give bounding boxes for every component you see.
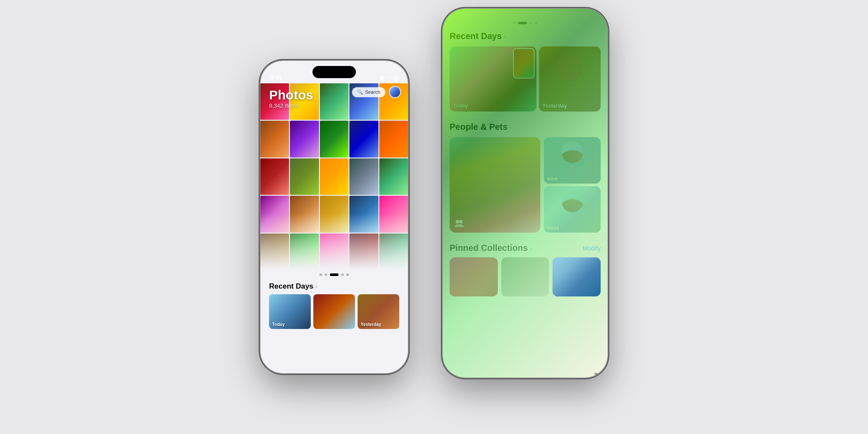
- grid-cell: [349, 196, 378, 232]
- left-phone: 9:41 ▐▌ ◠ ▓: [260, 61, 408, 373]
- recent-days-header[interactable]: Recent Days ›: [269, 282, 399, 291]
- grid-cell: [290, 121, 319, 157]
- recent-days-previews: Today Yesterday: [269, 294, 399, 329]
- preview-card-today[interactable]: Today: [269, 294, 311, 329]
- grid-cell: [260, 196, 289, 232]
- right-phone-screen: Recent Days › Today Yesterday: [443, 9, 608, 378]
- right-phone: Recent Days › Today Yesterday: [443, 9, 608, 378]
- grid-cell: [260, 158, 289, 195]
- status-time: 9:41: [271, 74, 282, 81]
- status-icons: ▐▌ ◠ ▓: [378, 75, 398, 81]
- grid-cell: [379, 121, 408, 157]
- search-icon: 🔍: [357, 89, 363, 95]
- right-scroll-content: Recent Days › Today Yesterday: [443, 31, 608, 296]
- dot-1: [319, 273, 322, 276]
- page-dots: [319, 273, 349, 276]
- preview-card-yesterday[interactable]: Yesterday: [358, 294, 399, 329]
- pinned-card-2[interactable]: Meerut: [501, 257, 549, 296]
- photos-count: 8,342 Items: [269, 102, 399, 109]
- recent-days-title: Recent Days: [269, 282, 313, 291]
- grid-cell: [320, 121, 349, 157]
- left-phone-screen: 9:41 ▐▌ ◠ ▓: [260, 61, 408, 373]
- grid-cell: [320, 233, 349, 270]
- grid-cell: [379, 158, 408, 195]
- grid-cell: [260, 121, 289, 157]
- pinned-cards: Meerut: [450, 257, 601, 296]
- grid-cell: [349, 121, 378, 157]
- wifi-icon: ◠: [388, 75, 392, 81]
- avatar[interactable]: [389, 86, 401, 98]
- dot-2: [325, 273, 327, 276]
- recent-days-chevron: ›: [315, 283, 317, 290]
- pinned-card-3[interactable]: [552, 257, 601, 296]
- signal-icon: ▐▌: [378, 76, 385, 81]
- search-pill[interactable]: 🔍 Search: [352, 87, 385, 97]
- pinned-card-3-bg: [552, 257, 601, 296]
- grid-cell: [290, 233, 319, 270]
- battery-icon: ▓: [394, 76, 398, 81]
- grid-cell: [349, 233, 378, 270]
- dot-4: [341, 273, 344, 276]
- yesterday-label: Yesterday: [361, 322, 381, 327]
- grid-cell: [320, 158, 349, 195]
- photos-toolbar: 🔍 Search: [352, 86, 401, 98]
- grid-cell: [290, 158, 319, 195]
- phone-bottom: Recent Days › Today Yesterday: [260, 278, 408, 373]
- grid-cell: [349, 158, 378, 195]
- dot-3-active: [330, 273, 339, 276]
- map-overlay: [501, 257, 549, 296]
- grid-cell: [379, 233, 408, 270]
- search-label: Search: [365, 89, 380, 95]
- dynamic-island: [312, 66, 356, 78]
- today-label: Today: [272, 322, 285, 327]
- dot-5: [346, 273, 349, 276]
- grid-cell: [260, 233, 289, 270]
- preview-card-2[interactable]: [313, 294, 355, 329]
- grid-cell: [379, 196, 408, 232]
- grid-cell: [320, 196, 349, 232]
- grid-cell: [290, 196, 319, 232]
